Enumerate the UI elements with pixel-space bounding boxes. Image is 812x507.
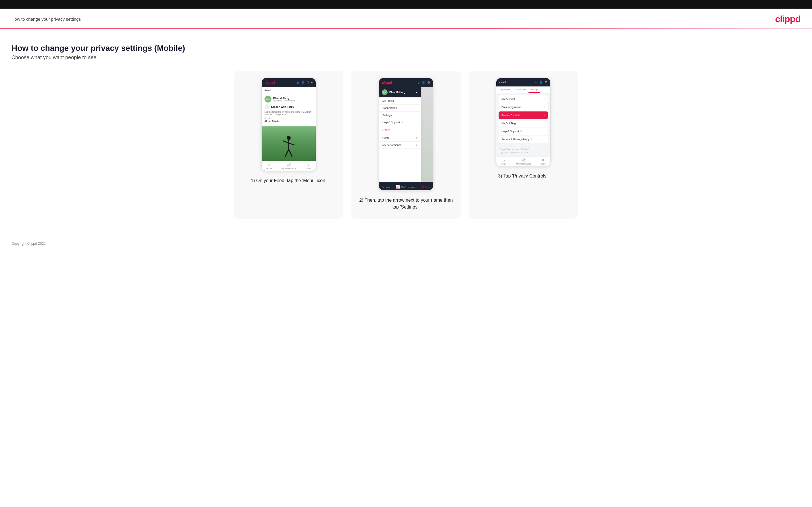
bottom-nav-home-label: Home [266,167,272,169]
tab-settings[interactable]: Settings [528,87,540,93]
feed-description: Looking to feel like my hands are exitin… [264,111,313,116]
tab-my-profile[interactable]: My Profile [499,87,512,93]
page-heading: How to change your privacy settings (Mob… [11,44,801,53]
bottom-nav-menu-3[interactable]: ≡ Menu [541,158,546,165]
settings-privacy-controls-label: Privacy Controls [502,114,520,117]
settings-list: My Account › Data Integrations › Privacy… [496,93,550,145]
svg-line-3 [289,143,295,145]
phone-menu-panel: BM Blair McHarg ▲ My Profile Connections… [379,87,421,182]
phone-3-icons: ⌕ 👤 ⚙ [535,80,548,84]
feed-user-info: Blair McHarg Yesterday · Sunningdale [273,97,295,102]
settings-item-data-integrations[interactable]: Data Integrations › [499,103,548,111]
chart-icon: 📈 [287,163,291,167]
menu-item-my-profile[interactable]: My Profile [379,97,421,105]
bottom-nav-home-label-3: Home [501,163,507,165]
phone-2-icons: ⌕ 👤 ⚙ [418,81,430,84]
svg-line-2 [283,141,289,143]
header: How to change your privacy settings clip… [0,9,812,29]
settings-item-my-golf-bag[interactable]: My Golf Bag › [499,119,548,127]
menu-performance-label: My Performance [383,144,401,147]
settings-item-privacy-controls[interactable]: Privacy Controls › [499,111,548,119]
step-3-card: ‹ Back ⌕ 👤 ⚙ My Profile Connections Sett… [469,71,578,219]
golf-image [262,126,316,161]
chevron-right-icon-4: › [544,122,545,125]
bottom-nav-menu[interactable]: ≡ Menu [306,163,311,169]
bottom-nav-menu-label-3: Menu [541,163,546,165]
bottom-nav-menu-2[interactable]: ✕ Menu [421,184,430,189]
bottom-nav-home[interactable]: ⌂ Home [266,163,272,169]
menu-avatar: BM [382,89,388,95]
svg-line-4 [285,149,289,157]
person-icon: 👤 [421,81,425,84]
settings-version: Clippd Client Version: 2022.8.3-3 GQL Se… [496,145,550,156]
close-icon: ✕ [421,185,424,189]
lesson-icon [264,104,270,109]
menu-icon: ≡ [307,163,309,167]
settings-item-service-privacy[interactable]: Service & Privacy Policy ↗ [499,135,548,143]
menu-user-name: Blair McHarg [389,91,405,94]
footer: Copyright Clippd 2022 [0,236,812,251]
phone-1-header: clippd ⌕ 👤 ⚙ ▾ [262,78,316,87]
settings-item-help-support[interactable]: Help & Support ↗ [499,127,548,135]
step-2-phone: clippd ⌕ 👤 ⚙ [379,78,433,190]
menu-item-connections[interactable]: Connections [379,105,421,112]
menu-item-logout[interactable]: Logout [379,126,421,133]
feed-duration-label: Duration [264,117,313,119]
bottom-nav-performance-3[interactable]: 📈 My Performance [516,158,531,165]
phone-settings-tabs: My Profile Connections Settings [496,87,550,93]
feed-user-row: BM Blair McHarg Yesterday · Sunningdale [264,96,313,103]
step-1-phone: clippd ⌕ 👤 ⚙ ▾ Feed BM [261,78,316,171]
menu-chevron-up: ▲ [415,91,418,94]
phone-3-bottom-nav: ⌂ Home 📈 My Performance ≡ Menu [496,156,550,166]
top-bar [0,0,812,9]
person-icon-3: 👤 [539,80,543,84]
version-line-2: GQL Server Version: 2022.7.30-1 [500,151,547,154]
feed-tab-bar: Feed [262,87,316,93]
bottom-nav-performance-label: My Performance [282,167,296,169]
bottom-nav-home-label-2: Home [385,186,391,188]
settings-icon-3: ⚙ [545,80,548,84]
feed-duration-value: 01 hr : 30 min [264,120,313,122]
bottom-nav-performance-2[interactable]: 📈 My Performance [396,184,416,189]
menu-home-label: Home [383,136,389,139]
home-icon: ⌂ [268,163,270,167]
tab-connections[interactable]: Connections [512,87,528,93]
chart-icon-2: 📈 [396,185,400,189]
phone-menu-user-row[interactable]: BM Blair McHarg ▲ [379,87,421,97]
clippd-logo: clippd [775,14,801,24]
feed-lesson-title: Lesson with Fordy [271,105,294,108]
search-icon: ⌕ [297,81,299,84]
settings-item-my-account[interactable]: My Account › [499,95,548,103]
header-title: How to change your privacy settings [11,17,81,21]
step-1-card: clippd ⌕ 👤 ⚙ ▾ Feed BM [234,71,343,219]
feed-user-meta: Yesterday · Sunningdale [273,100,295,102]
settings-my-golf-bag-label: My Golf Bag [502,122,516,125]
menu-item-help[interactable]: Help & Support ↗ [379,119,421,126]
menu-item-home[interactable]: Home ▾ [379,134,421,142]
bottom-nav-performance[interactable]: 📈 My Performance [282,163,296,169]
avatar: BM [264,96,271,103]
chevron-left-icon: ‹ [499,81,500,84]
phone-settings-body: My Account › Data Integrations › Privacy… [496,93,550,156]
bottom-nav-home-2[interactable]: ⌂ Home [382,184,390,189]
menu-item-settings[interactable]: Settings [379,112,421,119]
bottom-nav-menu-label: Menu [306,167,311,169]
person-icon: 👤 [301,81,305,84]
phone-3-header: ‹ Back ⌕ 👤 ⚙ [496,78,550,87]
phone-2-body: BM Blair McHarg ▲ My Profile Connections… [379,87,433,182]
feed-tab-label[interactable]: Feed [264,89,271,93]
bottom-nav-performance-label-3: My Performance [516,163,531,165]
phone-1-icons: ⌕ 👤 ⚙ ▾ [297,81,313,84]
back-button[interactable]: ‹ Back [499,81,507,84]
feed-user-name: Blair McHarg [273,97,295,100]
feed-post: BM Blair McHarg Yesterday · Sunningdale … [262,93,316,126]
feed-lesson-row: Lesson with Fordy [264,104,313,109]
phone-2-bottom-nav: ⌂ Home 📈 My Performance ✕ Menu [379,182,433,190]
menu-item-performance[interactable]: My Performance ▾ [379,142,421,149]
back-label: Back [501,81,507,84]
phone-menu-overlay: BM Blair McHarg ▲ My Profile Connections… [379,87,433,182]
search-icon-3: ⌕ [535,80,537,84]
bottom-nav-menu-label-2: Menu [425,186,430,188]
step-3-description: 3) Tap 'Privacy Controls'. [498,173,549,179]
bottom-nav-home-3[interactable]: ⌂ Home [501,158,507,165]
